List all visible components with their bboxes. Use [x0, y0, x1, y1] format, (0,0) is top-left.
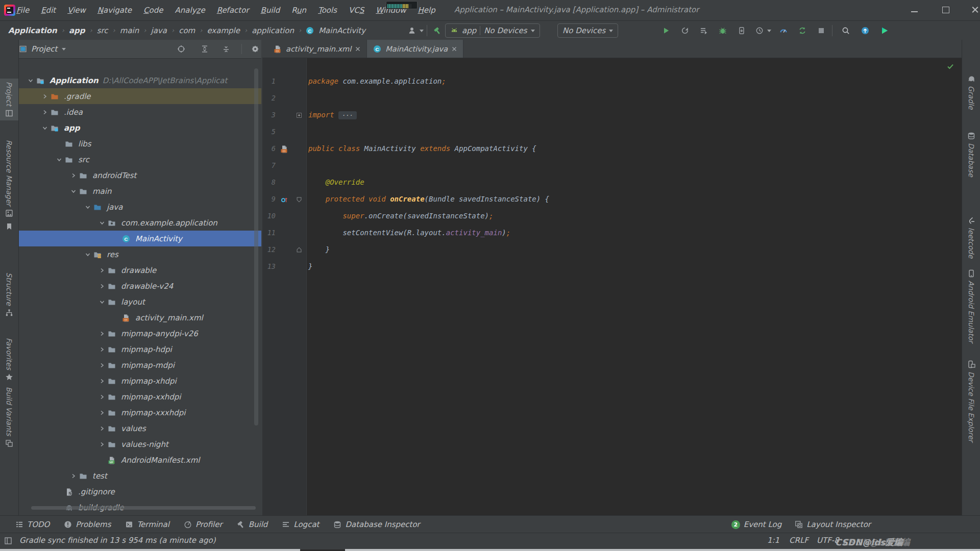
chevron-down-icon[interactable]: [96, 298, 108, 306]
chevron-right-icon[interactable]: [96, 377, 108, 385]
run-configuration-combo[interactable]: app No Devices: [445, 23, 540, 38]
stripe-device-file-explorer[interactable]: Device File Explorer: [962, 357, 980, 445]
users-icon[interactable]: [405, 24, 419, 37]
chevron-right-icon[interactable]: [39, 108, 51, 116]
menu-analyze[interactable]: Analyze: [175, 6, 205, 15]
tab-mainactivity-java[interactable]: CMainActivity.java: [367, 40, 463, 58]
tree-item-androidmanifest-xml[interactable]: MFAndroidManifest.xml: [19, 452, 261, 468]
menu-navigate[interactable]: Navigate: [97, 6, 132, 15]
stripe-favorites[interactable]: Favorites: [0, 335, 18, 384]
tree-item-values[interactable]: values: [19, 420, 261, 436]
tree-item-src[interactable]: src: [19, 152, 261, 167]
breadcrumb-item-main[interactable]: main: [120, 26, 139, 35]
menu-tools[interactable]: Tools: [318, 6, 337, 15]
chevron-down-icon[interactable]: [82, 251, 93, 259]
toolwindow-event-log[interactable]: 2Event Log: [731, 520, 782, 529]
tree-vertical-scrollbar[interactable]: [254, 68, 258, 425]
tree-item-mipmap-anydpi-v26[interactable]: mipmap-anydpi-v26: [19, 325, 261, 341]
rerun-button[interactable]: [678, 24, 692, 37]
tab-activity-main-xml[interactable]: <>activity_main.xml: [267, 40, 367, 58]
menu-run[interactable]: Run: [291, 6, 306, 15]
line-number[interactable]: 5: [262, 123, 276, 140]
device-selector-combo[interactable]: No Devices: [557, 23, 618, 38]
chevron-down-icon[interactable]: [767, 30, 771, 32]
line-number[interactable]: 7: [262, 157, 276, 174]
close-button[interactable]: [969, 4, 980, 16]
line-number[interactable]: 3: [262, 107, 276, 123]
chevron-right-icon[interactable]: [96, 330, 108, 338]
chevron-right-icon[interactable]: [96, 361, 108, 369]
breadcrumb-item-src[interactable]: src: [97, 26, 108, 35]
chevron-right-icon[interactable]: [96, 266, 108, 274]
chevron-right-icon[interactable]: [96, 393, 108, 401]
tree-item-mipmap-hdpi[interactable]: mipmap-hdpi: [19, 341, 261, 357]
menu-build[interactable]: Build: [261, 6, 280, 15]
code-line-13[interactable]: 13}: [262, 258, 962, 275]
fold-marker[interactable]: [293, 241, 305, 258]
stop-button[interactable]: [815, 24, 828, 37]
chevron-right-icon[interactable]: [68, 472, 79, 480]
line-number[interactable]: 6: [262, 140, 276, 157]
chevron-right-icon[interactable]: [96, 345, 108, 354]
menu-refactor[interactable]: Refactor: [217, 6, 249, 15]
override-gutter-icon[interactable]: [276, 191, 293, 208]
breadcrumb-item-mainactivity[interactable]: MainActivity: [318, 26, 365, 35]
menu-vcs[interactable]: VCS: [349, 6, 364, 15]
line-number[interactable]: 11: [262, 224, 276, 241]
tree-item-main[interactable]: main: [19, 183, 261, 199]
code-line-2[interactable]: 2: [262, 90, 962, 107]
menu-code[interactable]: Code: [143, 6, 163, 15]
menu-view[interactable]: View: [67, 6, 86, 15]
toolwindow-todo[interactable]: TODO: [15, 520, 50, 529]
chevron-right-icon[interactable]: [96, 282, 108, 290]
history-button[interactable]: [753, 24, 766, 37]
tree-item-drawable-v24[interactable]: drawable-v24: [19, 278, 261, 294]
toolwindow-layout-inspector[interactable]: Layout Inspector: [795, 520, 871, 529]
tree-item-activity-main-xml[interactable]: <>activity_main.xml: [19, 310, 261, 325]
code-line-7[interactable]: 7: [262, 157, 962, 174]
chevron-right-icon[interactable]: [96, 424, 108, 433]
tree-item-drawable[interactable]: drawable: [19, 262, 261, 278]
breadcrumb-item-com[interactable]: com: [179, 26, 195, 35]
breadcrumb-item-application[interactable]: Application: [8, 26, 57, 35]
fold-marker[interactable]: [293, 191, 305, 208]
tool-window-switcher-icon[interactable]: [4, 537, 12, 545]
locate-button[interactable]: [177, 45, 185, 53]
chevron-right-icon[interactable]: [96, 440, 108, 448]
chevron-down-icon[interactable]: [68, 187, 79, 195]
code-line-11[interactable]: 11 setContentView(R.layout.activity_main…: [262, 224, 962, 241]
tree-item-java[interactable]: java: [19, 199, 261, 215]
tree-item-libs[interactable]: libs: [19, 136, 261, 152]
breadcrumb-item-application[interactable]: application: [252, 26, 294, 35]
menu-help[interactable]: Help: [418, 6, 435, 15]
code-line-5[interactable]: 5: [262, 123, 962, 140]
toolwindow-profiler[interactable]: Profiler: [184, 520, 223, 529]
stripe-android-emulator[interactable]: Android Emulator: [962, 266, 980, 346]
line-number[interactable]: 12: [262, 241, 276, 258]
line-number[interactable]: 9: [262, 191, 276, 208]
close-icon[interactable]: [355, 46, 360, 52]
project-panel-title[interactable]: Project: [31, 44, 57, 54]
chevron-down-icon[interactable]: [25, 77, 36, 85]
code-line-3[interactable]: 3import ···: [262, 107, 962, 123]
caret-position[interactable]: 1:1: [767, 536, 779, 545]
code-line-12[interactable]: 12 }: [262, 241, 962, 258]
tree-item-test[interactable]: test: [19, 468, 261, 484]
apply-changes-button[interactable]: [697, 24, 710, 37]
tree-item-androidtest[interactable]: androidTest: [19, 167, 261, 183]
tree-item--gradle[interactable]: .gradle: [19, 88, 261, 104]
code-line-10[interactable]: 10 super.onCreate(savedInstanceState);: [262, 208, 962, 224]
stripe-gradle[interactable]: Gradle: [962, 71, 980, 113]
stripe-bookmark[interactable]: [0, 219, 18, 234]
tree-item-com-example-application[interactable]: com.example.application: [19, 215, 261, 231]
toolwindow-logcat[interactable]: Logcat: [282, 520, 319, 529]
memory-meter[interactable]: [386, 1, 418, 9]
fold-marker[interactable]: [293, 107, 305, 123]
stripe-database[interactable]: Database: [962, 129, 980, 180]
chevron-right-icon[interactable]: [96, 409, 108, 417]
toolwindow-terminal[interactable]: Terminal: [125, 520, 169, 529]
tree-item-res[interactable]: res: [19, 246, 261, 262]
line-number[interactable]: 8: [262, 174, 276, 191]
attach-debugger-button[interactable]: [735, 24, 748, 37]
tree-horizontal-scrollbar[interactable]: [31, 506, 256, 510]
